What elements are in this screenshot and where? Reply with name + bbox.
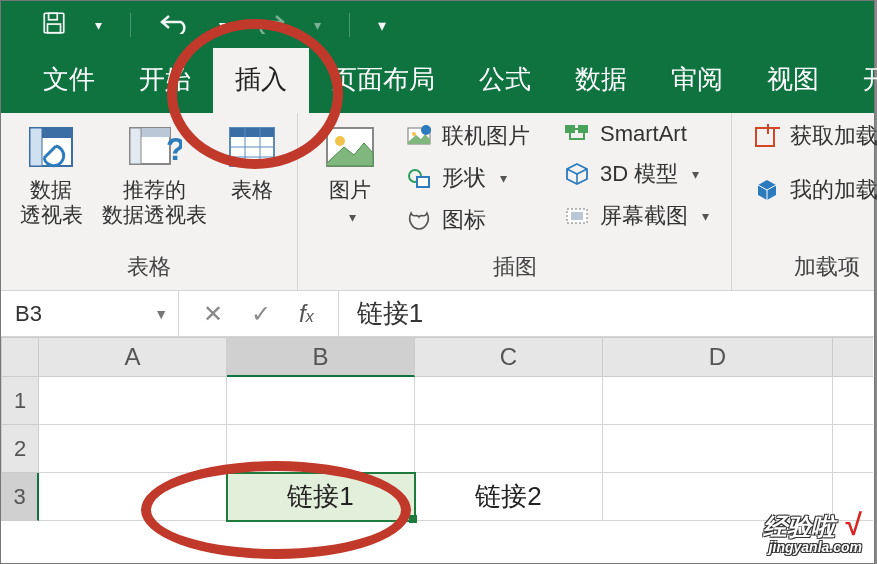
group-name-addins: 加载项 — [794, 248, 860, 288]
select-all-corner[interactable] — [1, 337, 39, 377]
separator — [349, 13, 350, 37]
watermark: 经验啦 √ jingyanla.com — [763, 508, 862, 555]
tab-data[interactable]: 数据 — [553, 48, 649, 113]
quick-access-toolbar: ▾ ▾ ▾ ▾ — [1, 1, 874, 49]
svg-rect-23 — [565, 125, 575, 133]
column-header-d[interactable]: D — [603, 337, 833, 377]
shapes-button[interactable]: 形状▾ — [400, 161, 536, 195]
svg-point-19 — [412, 132, 416, 136]
cell-d1[interactable] — [603, 377, 833, 425]
group-name-tables: 表格 — [127, 248, 171, 288]
tab-file[interactable]: 文件 — [21, 48, 117, 113]
svg-rect-28 — [571, 212, 583, 220]
row-header-1[interactable]: 1 — [1, 377, 39, 425]
ribbon-tabs: 文件 开始 插入 页面布局 公式 数据 审阅 视图 开发工具 — [1, 49, 874, 113]
table-label: 表格 — [231, 177, 273, 202]
separator — [130, 13, 131, 37]
pictures-button[interactable]: 图片▾ — [314, 119, 386, 227]
formula-bar: B3 ▼ ✕ ✓ fx 链接1 — [1, 291, 874, 337]
recommended-pivottables-button[interactable]: ? 推荐的数据透视表 — [99, 119, 209, 227]
column-header-c[interactable]: C — [415, 337, 603, 377]
save-icon[interactable] — [41, 10, 67, 40]
icons-icon — [406, 207, 432, 233]
row-header-3[interactable]: 3 — [1, 473, 39, 521]
watermark-url: jingyanla.com — [763, 539, 862, 555]
undo-dropdown-icon[interactable]: ▾ — [219, 17, 226, 33]
3d-models-icon — [564, 161, 590, 187]
svg-rect-1 — [49, 13, 58, 20]
chevron-down-icon: ▾ — [702, 208, 709, 224]
online-pictures-label: 联机图片 — [442, 121, 530, 151]
name-box[interactable]: B3 ▼ — [1, 291, 179, 336]
svg-point-20 — [421, 125, 431, 135]
screenshot-button[interactable]: 屏幕截图▾ — [558, 199, 715, 233]
tab-insert[interactable]: 插入 — [213, 48, 309, 113]
my-addins-button[interactable]: 我的加载项 — [748, 173, 877, 207]
fx-icon[interactable]: fx — [299, 300, 314, 328]
redo-dropdown-icon[interactable]: ▾ — [314, 17, 321, 33]
checkmark-icon: √ — [846, 508, 862, 541]
smartart-icon — [564, 121, 590, 147]
watermark-text: 经验啦 — [763, 513, 835, 540]
online-pictures-icon — [406, 123, 432, 149]
column-header-b[interactable]: B — [227, 337, 415, 377]
icons-label: 图标 — [442, 205, 486, 235]
undo-icon[interactable] — [159, 12, 191, 38]
online-pictures-button[interactable]: 联机图片 — [400, 119, 536, 153]
pictures-label: 图片▾ — [329, 177, 371, 227]
cell-b1[interactable] — [227, 377, 415, 425]
get-addins-button[interactable]: 获取加载项 — [748, 119, 877, 153]
my-addins-label: 我的加载项 — [790, 175, 877, 205]
recommended-pivottables-label: 推荐的数据透视表 — [102, 177, 207, 227]
screenshot-icon — [564, 203, 590, 229]
pivottable-button[interactable]: 数据透视表 — [11, 119, 91, 227]
svg-rect-29 — [756, 128, 774, 146]
cell-d2[interactable] — [603, 425, 833, 473]
recommended-pivottables-icon: ? — [126, 119, 182, 175]
column-header-next[interactable] — [833, 337, 873, 377]
tab-layout[interactable]: 页面布局 — [309, 48, 457, 113]
pivottable-label: 数据透视表 — [20, 177, 83, 227]
table-button[interactable]: 表格 — [217, 119, 287, 202]
svg-text:?: ? — [166, 131, 182, 167]
cancel-icon[interactable]: ✕ — [203, 300, 223, 328]
svg-rect-24 — [578, 125, 588, 133]
tab-home[interactable]: 开始 — [117, 48, 213, 113]
chevron-down-icon[interactable]: ▼ — [154, 306, 168, 322]
customize-qat-icon[interactable]: ▾ — [378, 16, 386, 35]
cell-a3[interactable] — [39, 473, 227, 521]
cell-a1[interactable] — [39, 377, 227, 425]
cell-e2[interactable] — [833, 425, 873, 473]
get-addins-icon — [754, 123, 780, 149]
tab-review[interactable]: 审阅 — [649, 48, 745, 113]
group-name-illustrations: 插图 — [493, 248, 537, 288]
ribbon-group-illustrations: 图片▾ 联机图片 形状▾ — [298, 113, 732, 290]
save-dropdown-icon[interactable]: ▾ — [95, 17, 102, 33]
smartart-button[interactable]: SmartArt — [558, 119, 715, 149]
cell-b3[interactable]: 链接1 — [227, 473, 415, 521]
ribbon-group-tables: 数据透视表 ? 推荐的数据透视表 表格 表格 — [1, 113, 298, 290]
tab-view[interactable]: 视图 — [745, 48, 841, 113]
tab-formulas[interactable]: 公式 — [457, 48, 553, 113]
cell-e1[interactable] — [833, 377, 873, 425]
svg-rect-5 — [30, 128, 42, 166]
cell-c3[interactable]: 链接2 — [415, 473, 603, 521]
cell-a2[interactable] — [39, 425, 227, 473]
formula-input[interactable]: 链接1 — [339, 296, 441, 331]
column-header-a[interactable]: A — [39, 337, 227, 377]
redo-icon[interactable] — [254, 12, 286, 38]
cell-c1[interactable] — [415, 377, 603, 425]
cell-b2[interactable] — [227, 425, 415, 473]
3d-models-label: 3D 模型 — [600, 159, 678, 189]
my-addins-icon — [754, 177, 780, 203]
icons-button[interactable]: 图标 — [400, 203, 536, 237]
enter-icon[interactable]: ✓ — [251, 300, 271, 328]
svg-rect-11 — [230, 128, 274, 137]
tab-dev[interactable]: 开发工具 — [841, 48, 877, 113]
cell-c2[interactable] — [415, 425, 603, 473]
3d-models-button[interactable]: 3D 模型▾ — [558, 157, 715, 191]
row-header-2[interactable]: 2 — [1, 425, 39, 473]
pictures-icon — [322, 119, 378, 175]
screenshot-label: 屏幕截图 — [600, 201, 688, 231]
svg-point-17 — [335, 136, 345, 146]
